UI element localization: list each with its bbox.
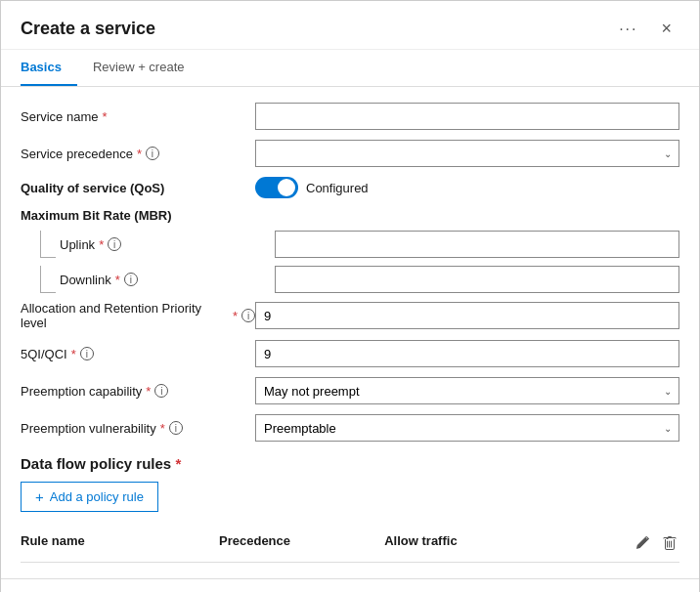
qos-toggle-container: Configured xyxy=(255,177,369,198)
downlink-input[interactable] xyxy=(275,266,679,293)
allocation-retention-row: Allocation and Retention Priority level … xyxy=(21,301,679,330)
uplink-info-icon[interactable]: i xyxy=(108,237,121,251)
uplink-row: Uplink * i xyxy=(21,231,679,258)
allocation-retention-input[interactable]: 9 xyxy=(255,302,679,329)
service-precedence-select[interactable] xyxy=(255,140,679,167)
qos-toggle[interactable] xyxy=(255,177,298,198)
downlink-info-icon[interactable]: i xyxy=(124,273,138,286)
allocation-retention-label: Allocation and Retention Priority level … xyxy=(21,301,255,330)
dialog-header: Create a service ··· × xyxy=(1,1,699,50)
form-content: Service name * Service precedence * i ⌄ … xyxy=(1,87,699,578)
dialog-footer: Review + create < Previous Next : Review… xyxy=(1,578,699,592)
preemption-capability-required: * xyxy=(146,384,151,399)
5qi-qci-row: 5QI/QCI * i 9 xyxy=(21,340,679,367)
tab-bar: Basics Review + create xyxy=(1,50,699,87)
preemption-capability-row: Preemption capability * i May not preemp… xyxy=(21,377,679,404)
preemption-vulnerability-row: Preemption vulnerability * i Preemptable… xyxy=(21,414,679,442)
allocation-retention-required: * xyxy=(233,309,238,323)
mbr-section: Maximum Bit Rate (MBR) xyxy=(21,208,679,223)
preemption-capability-label: Preemption capability * i xyxy=(21,384,255,399)
tab-basics[interactable]: Basics xyxy=(21,50,77,86)
policy-table-header: Rule name Precedence Allow traffic xyxy=(21,528,679,563)
add-rule-button[interactable]: + Add a policy rule xyxy=(21,482,158,512)
downlink-label: Downlink * i xyxy=(60,273,275,287)
uplink-input[interactable] xyxy=(275,231,679,258)
qos-section-label: Quality of service (QoS) xyxy=(21,181,255,195)
col-header-allow-traffic: Allow traffic xyxy=(384,533,633,556)
service-precedence-info-icon[interactable]: i xyxy=(146,147,159,160)
mbr-label: Maximum Bit Rate (MBR) xyxy=(21,208,172,223)
service-name-label: Service name * xyxy=(21,109,255,124)
uplink-indent-line xyxy=(40,231,56,258)
preemption-capability-select[interactable]: May not preempt May preempt xyxy=(255,377,679,404)
service-precedence-select-wrapper: ⌄ xyxy=(255,140,679,167)
5qi-qci-required: * xyxy=(71,347,76,361)
downlink-row: Downlink * i xyxy=(21,266,679,293)
allocation-retention-info-icon[interactable]: i xyxy=(241,309,255,322)
downlink-required: * xyxy=(115,273,120,287)
preemption-capability-select-wrapper: May not preempt May preempt ⌄ xyxy=(255,377,679,404)
service-name-required: * xyxy=(102,109,107,124)
qos-toggle-knob xyxy=(278,179,295,196)
table-delete-icon[interactable] xyxy=(660,533,679,556)
add-rule-plus-icon: + xyxy=(35,488,44,505)
ellipsis-button[interactable]: ··· xyxy=(613,19,643,40)
qos-section-header: Quality of service (QoS) Configured xyxy=(21,177,679,198)
uplink-required: * xyxy=(99,237,104,252)
close-button[interactable]: × xyxy=(653,17,679,41)
service-precedence-required: * xyxy=(137,147,142,161)
col-header-precedence: Precedence xyxy=(219,533,384,556)
preemption-vulnerability-label: Preemption vulnerability * i xyxy=(21,421,255,436)
dialog-header-actions: ··· × xyxy=(613,17,679,41)
service-precedence-row: Service precedence * i ⌄ xyxy=(21,140,679,167)
create-service-dialog: Create a service ··· × Basics Review + c… xyxy=(0,0,700,592)
table-edit-icon[interactable] xyxy=(633,533,652,556)
col-header-rule-name: Rule name xyxy=(21,533,219,556)
service-name-row: Service name * xyxy=(21,103,679,130)
preemption-capability-info-icon[interactable]: i xyxy=(154,384,168,398)
5qi-qci-info-icon[interactable]: i xyxy=(80,347,94,360)
preemption-vulnerability-required: * xyxy=(160,421,165,436)
tab-review-create[interactable]: Review + create xyxy=(93,50,200,86)
service-name-input[interactable] xyxy=(255,103,679,130)
dialog-title: Create a service xyxy=(21,19,155,39)
preemption-vulnerability-select[interactable]: Preemptable Not preemptable xyxy=(255,414,679,442)
data-flow-required: * xyxy=(175,455,181,472)
5qi-qci-input[interactable]: 9 xyxy=(255,340,679,367)
downlink-indent-line xyxy=(40,266,56,293)
uplink-label: Uplink * i xyxy=(60,237,275,252)
qos-toggle-label: Configured xyxy=(306,181,369,195)
col-header-actions xyxy=(633,533,679,556)
preemption-vulnerability-info-icon[interactable]: i xyxy=(169,421,183,435)
5qi-qci-label: 5QI/QCI * i xyxy=(21,347,255,361)
data-flow-section-title: Data flow policy rules * xyxy=(21,455,679,472)
preemption-vulnerability-select-wrapper: Preemptable Not preemptable ⌄ xyxy=(255,414,679,442)
service-precedence-label: Service precedence * i xyxy=(21,147,255,161)
